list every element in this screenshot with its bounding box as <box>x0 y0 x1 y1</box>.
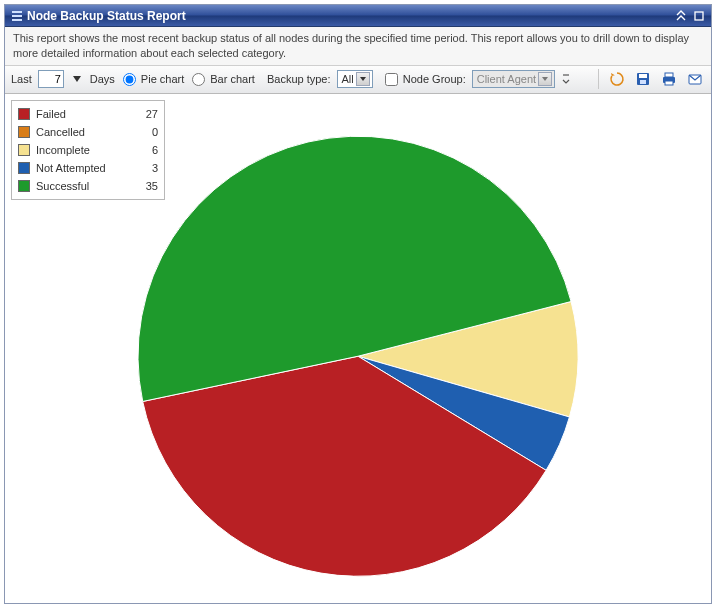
legend-label: Cancelled <box>36 126 134 138</box>
collapse-button[interactable] <box>673 8 689 24</box>
refresh-button[interactable] <box>607 69 627 89</box>
dropdown-arrow-icon <box>538 72 552 86</box>
legend-swatch <box>18 180 30 192</box>
node-group-checkbox[interactable] <box>385 73 398 86</box>
svg-rect-2 <box>12 19 22 21</box>
svg-rect-0 <box>12 11 22 13</box>
maximize-button[interactable] <box>691 8 707 24</box>
legend-label: Incomplete <box>36 144 134 156</box>
svg-rect-3 <box>695 12 703 20</box>
report-title: Node Backup Status Report <box>27 9 186 23</box>
email-button[interactable] <box>685 69 705 89</box>
legend-swatch <box>18 108 30 120</box>
legend-label: Successful <box>36 180 134 192</box>
svg-rect-1 <box>12 15 22 17</box>
chart-area: Failed27Cancelled0Incomplete6Not Attempt… <box>5 94 711 603</box>
backup-type-label: Backup type: <box>267 73 331 85</box>
svg-rect-5 <box>639 74 647 78</box>
backup-type-value: All <box>342 73 354 85</box>
pie-chart <box>128 127 588 589</box>
pie-chart-radio[interactable] <box>123 73 136 86</box>
last-label: Last <box>11 73 32 85</box>
backup-type-select[interactable]: All <box>337 70 373 88</box>
toolbar: Last Days Pie chart Bar chart Backup typ… <box>5 66 711 94</box>
node-group-select: Client Agent <box>472 70 555 88</box>
legend-value: 27 <box>140 108 158 120</box>
bar-chart-radio[interactable] <box>192 73 205 86</box>
node-group-label: Node Group: <box>403 73 466 85</box>
report-list-icon <box>11 10 23 22</box>
separator <box>598 69 599 89</box>
node-group-value: Client Agent <box>477 73 536 85</box>
svg-rect-9 <box>665 81 673 85</box>
bar-chart-label: Bar chart <box>210 73 255 85</box>
legend-label: Failed <box>36 108 134 120</box>
legend-label: Not Attempted <box>36 162 134 174</box>
days-label: Days <box>90 73 115 85</box>
svg-rect-6 <box>640 80 646 84</box>
pie-chart-label: Pie chart <box>141 73 184 85</box>
legend-item-failed[interactable]: Failed27 <box>18 105 158 123</box>
report-description: This report shows the most recent backup… <box>5 27 711 66</box>
report-window: Node Backup Status Report This report sh… <box>4 4 712 604</box>
title-bar: Node Backup Status Report <box>5 5 711 27</box>
svg-rect-7 <box>665 73 673 77</box>
last-days-dropdown[interactable] <box>70 70 84 88</box>
print-button[interactable] <box>659 69 679 89</box>
dropdown-arrow-icon <box>356 72 370 86</box>
legend-swatch <box>18 126 30 138</box>
save-button[interactable] <box>633 69 653 89</box>
toolbar-overflow[interactable] <box>561 69 571 89</box>
last-days-input[interactable] <box>38 70 64 88</box>
legend-swatch <box>18 162 30 174</box>
legend-swatch <box>18 144 30 156</box>
